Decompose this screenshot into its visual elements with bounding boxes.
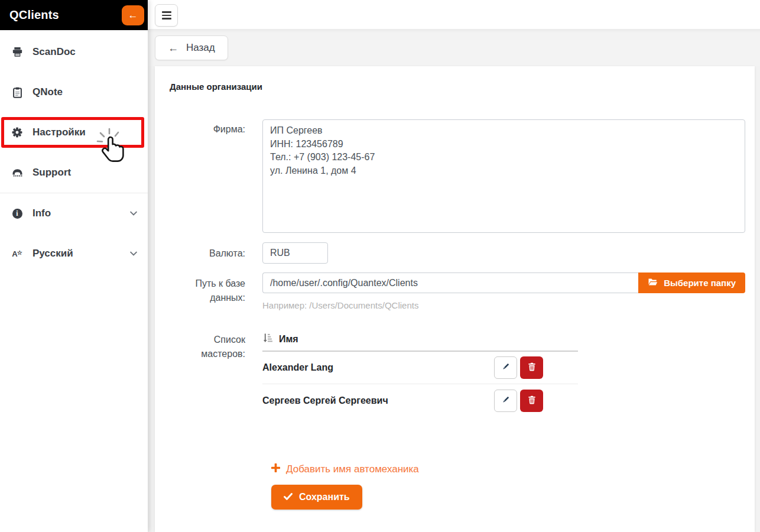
masters-table: Имя Alexander Lang bbox=[262, 333, 578, 417]
save-button-label: Сохранить bbox=[299, 492, 350, 502]
back-button[interactable]: ← Назад bbox=[155, 35, 228, 60]
sidebar: QClients ← ScanDoc bbox=[0, 0, 148, 532]
currency-input[interactable] bbox=[262, 242, 328, 264]
gear-icon bbox=[11, 127, 24, 138]
db-path-input[interactable] bbox=[262, 273, 638, 293]
master-name: Alexander Lang bbox=[262, 362, 333, 373]
sidebar-collapse-button[interactable]: ← bbox=[122, 5, 144, 25]
settings-card: Данные организации Фирма: ИП Сергеев ИНН… bbox=[155, 66, 755, 532]
chevron-down-icon bbox=[130, 251, 137, 256]
company-label: Фирма: bbox=[164, 119, 245, 233]
sidebar-item-info[interactable]: i Info bbox=[0, 193, 148, 233]
pencil-icon bbox=[501, 362, 510, 373]
sidebar-item-label: Support bbox=[33, 167, 71, 179]
choose-folder-button[interactable]: Выберите папку bbox=[638, 273, 745, 293]
printer-icon bbox=[11, 47, 24, 57]
section-title: Данные организации bbox=[170, 82, 755, 92]
back-button-label: Назад bbox=[186, 42, 215, 54]
topbar bbox=[148, 0, 760, 30]
masters-label: Список мастеров: bbox=[164, 333, 245, 417]
sidebar-item-settings[interactable]: Настройки bbox=[0, 112, 148, 153]
db-path-input-group: Выберите папку bbox=[262, 273, 745, 293]
folder-open-icon bbox=[648, 278, 658, 288]
choose-folder-label: Выберите папку bbox=[664, 278, 736, 288]
sidebar-item-label: Русский bbox=[33, 248, 73, 259]
sidebar-item-qnote[interactable]: QNote bbox=[0, 72, 148, 112]
language-icon: A☆ bbox=[11, 250, 24, 258]
app-title: QClients bbox=[9, 8, 59, 22]
sidebar-nav: ScanDoc QNote bbox=[0, 32, 148, 274]
sidebar-header: QClients ← bbox=[0, 0, 148, 30]
delete-master-button[interactable] bbox=[520, 356, 543, 379]
currency-field-row: Валюта: bbox=[155, 242, 755, 264]
sidebar-item-label: ScanDoc bbox=[33, 46, 76, 58]
plus-icon bbox=[271, 463, 280, 475]
edit-master-button[interactable] bbox=[494, 356, 517, 379]
pencil-icon bbox=[501, 395, 510, 406]
sort-amount-icon bbox=[262, 333, 272, 345]
clipboard-icon bbox=[11, 87, 24, 98]
add-master-label: Добавить имя автомеханика bbox=[286, 463, 419, 475]
masters-table-header[interactable]: Имя bbox=[262, 333, 578, 352]
info-icon: i bbox=[11, 209, 24, 219]
delete-master-button[interactable] bbox=[520, 390, 543, 412]
masters-field-row: Список мастеров: bbox=[155, 333, 755, 417]
toolbar-strip: ← Назад bbox=[148, 30, 760, 66]
db-path-field-row: Путь к базе данных: Выберите папку bbox=[155, 273, 755, 310]
sidebar-item-label: Настройки bbox=[33, 126, 86, 138]
main-area: ← Назад Данные организации Фирма: ИП Сер… bbox=[148, 0, 760, 532]
company-field-row: Фирма: ИП Сергеев ИНН: 123456789 Тел.: +… bbox=[155, 119, 755, 233]
currency-label: Валюта: bbox=[164, 242, 245, 264]
trash-icon bbox=[528, 362, 536, 373]
row-actions bbox=[494, 390, 543, 412]
trash-icon bbox=[528, 395, 536, 406]
check-icon bbox=[284, 492, 293, 502]
arrow-left-icon: ← bbox=[168, 42, 178, 54]
row-actions bbox=[494, 356, 543, 379]
db-path-label: Путь к базе данных: bbox=[164, 273, 245, 310]
save-button[interactable]: Сохранить bbox=[271, 485, 362, 510]
sidebar-item-language[interactable]: A☆ Русский bbox=[0, 233, 148, 274]
hamburger-icon bbox=[162, 11, 171, 13]
sidebar-item-label: Info bbox=[33, 207, 51, 219]
sidebar-item-scandoc[interactable]: ScanDoc bbox=[0, 32, 148, 72]
company-textarea[interactable]: ИП Сергеев ИНН: 123456789 Тел.: +7 (903)… bbox=[262, 119, 745, 233]
chevron-down-icon bbox=[130, 211, 137, 216]
phone-icon bbox=[11, 168, 24, 177]
table-row: Alexander Lang bbox=[262, 352, 578, 384]
table-row: Сергеев Сергей Сергеевич bbox=[262, 384, 578, 417]
sidebar-item-label: QNote bbox=[33, 86, 63, 98]
add-master-link[interactable]: Добавить имя автомеханика bbox=[271, 463, 419, 475]
arrow-left-icon: ← bbox=[128, 9, 138, 21]
edit-master-button[interactable] bbox=[494, 390, 517, 412]
db-path-hint: Например: /Users/Documents/QClients bbox=[262, 300, 745, 310]
sidebar-item-support[interactable]: Support bbox=[0, 153, 148, 193]
masters-column-header: Имя bbox=[279, 334, 298, 345]
master-name: Сергеев Сергей Сергеевич bbox=[262, 395, 388, 406]
hamburger-menu-button[interactable] bbox=[155, 4, 178, 27]
